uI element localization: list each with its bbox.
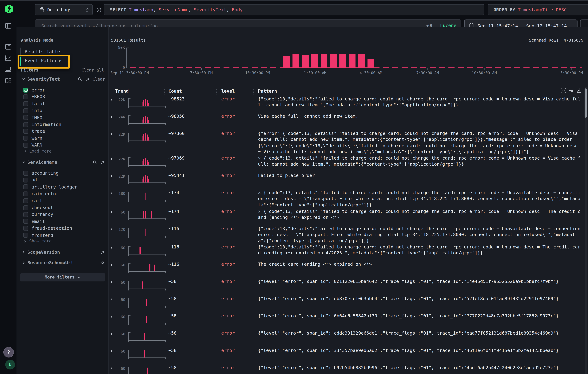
column-header-trend[interactable]: Trend	[115, 89, 129, 94]
more-filters-button[interactable]: More filters	[20, 273, 105, 282]
pin-icon[interactable]	[100, 261, 105, 265]
column-header-pattern[interactable]: Pattern	[258, 89, 277, 94]
filter-item[interactable]: ERROR	[23, 93, 105, 100]
filter-group-header-ScopeVersion[interactable]: ScopeVersion	[22, 249, 105, 255]
load-more-button[interactable]: Show more	[23, 239, 52, 243]
column-header-level[interactable]: level	[221, 89, 235, 94]
filter-item[interactable]: fraud-detection	[23, 225, 105, 232]
search-logs-icon[interactable]	[5, 43, 11, 50]
table-row[interactable]: 120~116error{"code":13,"details":"failed…	[109, 225, 588, 244]
table-row[interactable]: 60~58error{"level":"error","span_id":"b9…	[109, 365, 588, 374]
checkbox-unchecked[interactable]	[23, 178, 28, 182]
filter-item[interactable]: cart	[23, 197, 105, 204]
table-row[interactable]: 180~174error× {"code":13,"details":"fail…	[109, 190, 588, 208]
view-code-icon[interactable]	[558, 88, 566, 93]
load-more-button[interactable]: Load more	[23, 149, 52, 153]
filter-item[interactable]: frontend	[23, 232, 105, 239]
dashboards-icon[interactable]	[5, 77, 11, 84]
filter-group-header-ResourceSchemaUrl[interactable]: ResourceSchemaUrl	[22, 260, 105, 266]
help-button[interactable]: ?	[3, 347, 14, 357]
checkbox-unchecked[interactable]	[23, 115, 28, 120]
filter-group-header-ServiceName[interactable]: ServiceName	[22, 159, 105, 165]
chevron-right-icon[interactable]	[22, 261, 25, 265]
order-by-editor[interactable]: ORDER BY TimestampTime DESC	[488, 4, 588, 15]
filter-clear-button[interactable]: Clear	[93, 77, 105, 81]
pin-icon[interactable]	[100, 160, 105, 165]
checkbox-unchecked[interactable]	[23, 136, 28, 141]
checkbox-unchecked[interactable]	[23, 184, 28, 189]
checkbox-unchecked[interactable]	[23, 143, 28, 147]
checkbox-unchecked[interactable]	[23, 94, 28, 99]
select-query-editor[interactable]: SELECT Timestamp, ServiceName, SeverityT…	[104, 4, 484, 15]
filter-item[interactable]: artillery-loadgen	[23, 183, 105, 190]
table-row[interactable]: 22K~97069error× {"code":13,"details":"fa…	[109, 155, 588, 172]
sessions-icon[interactable]	[5, 66, 11, 73]
checkbox-unchecked[interactable]	[23, 233, 28, 238]
filter-search-icon[interactable]	[93, 160, 97, 165]
table-row[interactable]: 60~116error{"code":13,"details":"failed …	[109, 244, 588, 261]
chevron-right-icon[interactable]	[22, 251, 25, 254]
chevron-down-icon[interactable]	[22, 160, 25, 164]
filter-group-header-SeverityText[interactable]: SeverityTextClear	[22, 76, 105, 82]
table-row[interactable]: 60~58error{"level":"error","span_id":"0c…	[109, 279, 588, 296]
filter-item[interactable]: INFO	[23, 114, 105, 121]
filter-item[interactable]: accounting	[23, 170, 105, 177]
x-axis-tick	[428, 68, 428, 70]
filter-item[interactable]: WARN	[23, 142, 105, 148]
column-separator[interactable]	[253, 89, 254, 94]
table-row[interactable]: 60~174error× {"code":13,"details":"faile…	[109, 208, 588, 225]
filter-item[interactable]: currency	[23, 211, 105, 218]
download-icon[interactable]	[574, 88, 582, 93]
filter-item[interactable]: ad	[23, 177, 105, 183]
checkbox-unchecked[interactable]	[23, 219, 28, 224]
app-logo-icon[interactable]	[4, 4, 14, 14]
checkbox-unchecked[interactable]	[23, 129, 28, 134]
source-select[interactable]: Demo Logs	[35, 4, 93, 15]
wrap-text-icon[interactable]	[566, 88, 574, 93]
table-row[interactable]: 60~58error{"level":"error","span_id":"cd…	[109, 330, 588, 347]
table-row[interactable]: 60~58error{"level":"error","span_id":"6b…	[109, 313, 588, 330]
scrollbar-thumb[interactable]	[585, 89, 587, 118]
table-row[interactable]: 24K~98058errorVisa cache full: cannot ad…	[109, 113, 588, 130]
table-row[interactable]: 22K~95441errorFailed to place order	[109, 172, 588, 190]
filter-item[interactable]: checkout	[23, 204, 105, 211]
table-row[interactable]: 60~58error{"level":"error","span_id":"eb…	[109, 296, 588, 313]
pin-icon[interactable]	[100, 250, 105, 255]
chart-explorer-icon[interactable]	[5, 55, 11, 61]
checkbox-unchecked[interactable]	[23, 205, 28, 210]
table-row[interactable]: 22K~98523error{"code":13,"details":"fail…	[109, 96, 588, 113]
pin-icon[interactable]	[85, 77, 90, 81]
chevron-down-icon[interactable]	[22, 77, 25, 81]
user-avatar[interactable]: U	[5, 360, 15, 370]
filter-item[interactable]: cainjector	[23, 191, 105, 197]
table-row[interactable]: 60~116errorThe credit card (ending <*> e…	[109, 261, 588, 278]
results-histogram[interactable]: 80K 0 Sep 11 3:30:00 PM7:30:00 PM10:30:0…	[109, 27, 588, 76]
filter-item[interactable]: trace	[23, 128, 105, 135]
checkbox-unchecked[interactable]	[23, 108, 28, 113]
column-separator[interactable]	[216, 89, 217, 94]
column-header-count[interactable]: Count	[168, 89, 182, 94]
checkbox-checked[interactable]	[23, 88, 28, 92]
checkbox-unchecked[interactable]	[23, 226, 28, 231]
checkbox-unchecked[interactable]	[23, 198, 28, 203]
filter-item[interactable]: fatal	[23, 100, 105, 107]
checkbox-unchecked[interactable]	[23, 171, 28, 176]
filter-item[interactable]: error	[23, 87, 105, 93]
filter-search-icon[interactable]	[78, 77, 83, 81]
table-row[interactable]: 60~58error{"level":"error","span_id":"33…	[109, 347, 588, 365]
histogram-bar	[321, 54, 327, 68]
gear-icon[interactable]	[96, 7, 102, 13]
checkbox-unchecked[interactable]	[23, 192, 28, 196]
checkbox-unchecked[interactable]	[23, 122, 28, 127]
table-row[interactable]: 22K~97360error{"error":{"code":13,"detai…	[109, 130, 588, 155]
select-query-token: Timestamp	[129, 7, 153, 12]
filter-item[interactable]: warn	[23, 135, 105, 142]
checkbox-unchecked[interactable]	[23, 101, 28, 106]
filter-item[interactable]: info	[23, 107, 105, 114]
column-separator[interactable]	[164, 89, 165, 94]
checkbox-unchecked[interactable]	[23, 212, 28, 217]
scrollbar-track[interactable]	[585, 87, 587, 374]
filter-item[interactable]: email	[23, 218, 105, 225]
filter-item[interactable]: Information	[23, 121, 105, 128]
sidebar-toggle-icon[interactable]	[5, 22, 11, 29]
